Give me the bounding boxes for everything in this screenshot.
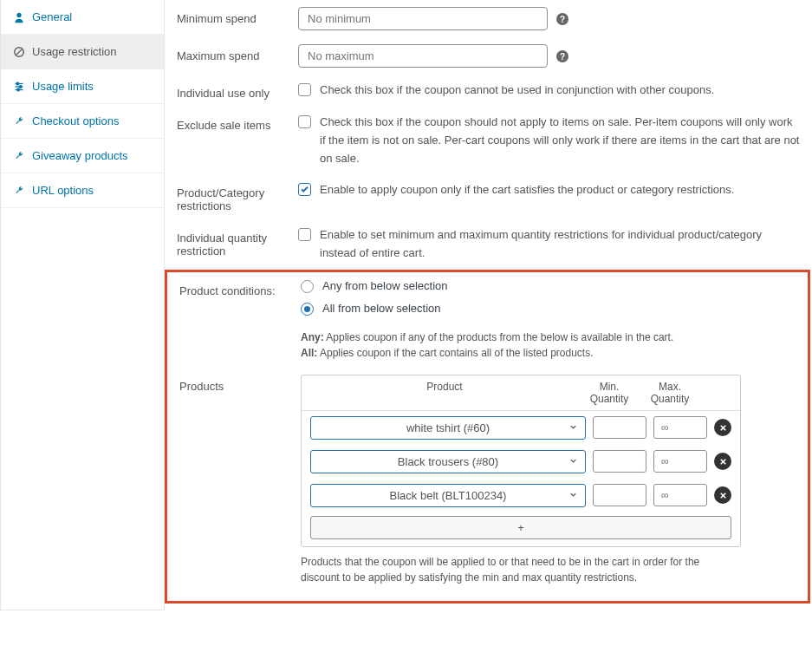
sidebar-item-usage-restriction[interactable]: Usage restriction: [1, 35, 164, 69]
svg-point-6: [19, 85, 22, 88]
exclude-sale-text: Check this box if the coupon should not …: [320, 114, 800, 167]
row-maximum-spend: Maximum spend ?: [165, 37, 812, 75]
minimum-spend-input[interactable]: [298, 7, 548, 30]
min-qty-input[interactable]: [593, 484, 646, 506]
sidebar-item-label: Checkout options: [32, 114, 119, 127]
sidebar-item-label: General: [32, 10, 72, 23]
chevron-down-icon: [568, 489, 578, 502]
coupon-panel: General Usage restriction Usage limits C…: [0, 0, 812, 610]
row-product-category-restrictions: Product/Category restrictions Enable to …: [165, 174, 812, 219]
sidebar-tabs: General Usage restriction Usage limits C…: [0, 0, 165, 610]
max-qty-input[interactable]: [653, 484, 707, 506]
max-qty-input[interactable]: [653, 416, 707, 439]
label-max-spend: Maximum spend: [177, 44, 298, 62]
label-pc-restrict: Product/Category restrictions: [177, 181, 298, 212]
wrench-icon: [13, 150, 25, 162]
sidebar-item-label: URL options: [32, 184, 94, 197]
maximum-spend-input[interactable]: [298, 44, 548, 68]
ban-icon: [13, 46, 25, 58]
user-icon: [13, 11, 25, 23]
wrench-icon: [13, 115, 25, 127]
col-product: Product: [310, 381, 579, 405]
help-icon[interactable]: ?: [556, 50, 568, 62]
sidebar-item-label: Usage restriction: [32, 45, 117, 58]
product-select[interactable]: Black trousers (#80): [310, 450, 586, 473]
sidebar-item-general[interactable]: General: [1, 0, 164, 35]
label-product-conditions: Product conditions:: [179, 279, 301, 297]
col-max: Max. Quantity: [640, 381, 700, 405]
add-product-button[interactable]: +: [310, 516, 731, 539]
pc-restrict-text: Enable to apply coupon only if the cart …: [320, 181, 734, 199]
row-minimum-spend: Minimum spend ?: [165, 0, 812, 37]
individual-use-text: Check this box if the coupon cannot be u…: [320, 82, 714, 100]
pc-restrict-checkbox[interactable]: [298, 183, 311, 196]
svg-point-7: [17, 88, 20, 91]
label-individual-use: Individual use only: [177, 82, 298, 100]
chevron-down-icon: [568, 421, 578, 434]
label-min-spend: Minimum spend: [177, 7, 298, 25]
remove-row-button[interactable]: [714, 419, 731, 436]
row-product-conditions: Product conditions: Any from below selec…: [167, 272, 808, 368]
min-qty-input[interactable]: [593, 450, 646, 473]
sidebar-item-usage-limits[interactable]: Usage limits: [1, 69, 164, 104]
sidebar-item-label: Usage limits: [32, 80, 94, 93]
table-row: white tshirt (#60): [302, 411, 740, 445]
chevron-down-icon: [568, 455, 578, 468]
main-form: Minimum spend ? Maximum spend ? Individu…: [165, 0, 812, 610]
sliders-icon: [13, 81, 25, 93]
product-select[interactable]: Black belt (BLT100234): [310, 484, 586, 507]
help-icon[interactable]: ?: [556, 13, 568, 25]
wrench-icon: [13, 185, 25, 197]
sidebar-item-checkout-options[interactable]: Checkout options: [1, 104, 164, 139]
products-table-header: Product Min. Quantity Max. Quantity: [302, 375, 740, 411]
individual-use-checkbox[interactable]: [298, 83, 311, 96]
products-table: Product Min. Quantity Max. Quantity whit…: [301, 375, 741, 547]
radio-any-label: Any from below selection: [322, 279, 448, 292]
exclude-sale-checkbox[interactable]: [298, 115, 311, 128]
row-individual-quantity-restriction: Individual quantity restriction Enable t…: [165, 219, 812, 270]
indiv-qty-text: Enable to set minimum and maximum quanti…: [320, 226, 800, 263]
label-indiv-qty: Individual quantity restriction: [177, 226, 298, 258]
label-exclude-sale: Exclude sale items: [177, 114, 298, 132]
table-row: Black belt (BLT100234): [302, 479, 740, 512]
row-exclude-sale: Exclude sale items Check this box if the…: [165, 107, 812, 174]
highlighted-section: Product conditions: Any from below selec…: [165, 270, 810, 604]
table-row: Black trousers (#80): [302, 445, 740, 479]
indiv-qty-checkbox[interactable]: [298, 228, 311, 241]
row-individual-use: Individual use only Check this box if th…: [165, 75, 812, 107]
row-products: Products Product Min. Quantity Max. Quan…: [167, 368, 808, 592]
remove-row-button[interactable]: [714, 453, 731, 470]
max-qty-input[interactable]: [653, 450, 707, 473]
products-note: Products that the coupon will be applied…: [301, 554, 734, 585]
conditions-description: Any: Applies coupon if any of the produc…: [301, 330, 673, 361]
label-products: Products: [179, 375, 301, 393]
sidebar-item-giveaway-products[interactable]: Giveaway products: [1, 139, 164, 173]
product-select[interactable]: white tshirt (#60): [310, 416, 586, 440]
radio-any[interactable]: [301, 280, 314, 293]
min-qty-input[interactable]: [593, 416, 646, 439]
col-min: Min. Quantity: [579, 381, 640, 405]
svg-line-1: [16, 49, 23, 55]
sidebar-item-url-options[interactable]: URL options: [1, 173, 164, 208]
radio-all-label: All from below selection: [322, 302, 441, 315]
radio-all[interactable]: [301, 303, 314, 316]
svg-point-5: [16, 82, 19, 85]
remove-row-button[interactable]: [714, 486, 731, 504]
sidebar-item-label: Giveaway products: [32, 149, 128, 162]
